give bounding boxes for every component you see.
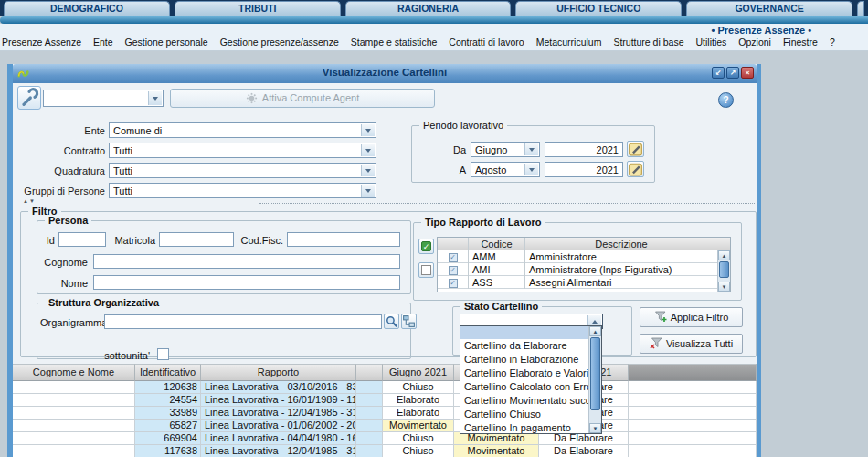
gruppi-combo[interactable]: Tutti (109, 183, 376, 198)
tab-governance[interactable]: GOVERNANCE (686, 1, 852, 16)
contratto-combo-arrow[interactable] (361, 144, 375, 156)
persona-legend: Persona (45, 215, 91, 226)
spacer-cell (356, 445, 383, 457)
tipo-row[interactable]: ✓ AMM Amministratore (438, 250, 730, 263)
menu-gestione-personale[interactable]: Gestione personale (125, 37, 208, 48)
close-button[interactable]: × (741, 67, 754, 79)
quadratura-value: Tutti (113, 165, 360, 176)
a-month-combo[interactable]: Agosto (471, 162, 540, 177)
codice-cell: AMM (469, 250, 525, 263)
menu-presenze-assenze[interactable]: Presenze Assenze (2, 37, 81, 48)
table-row[interactable]: 120638 Linea Lavorativa - 03/10/2016 - 8… (13, 381, 757, 394)
dropdown-option[interactable]: Cartellino da Elaborare (460, 339, 588, 353)
da-year-picker-button[interactable] (627, 141, 644, 157)
ente-combo-arrow[interactable] (361, 124, 375, 136)
cognome-input[interactable] (93, 254, 400, 269)
menu-ente[interactable]: Ente (93, 37, 113, 48)
table-row[interactable]: 669904 Linea Lavorativa - 04/04/1980 - 1… (13, 432, 757, 445)
scroll-thumb[interactable] (719, 261, 729, 278)
da-month-combo[interactable]: Giugno (471, 142, 540, 157)
row-checkbox-checked[interactable]: ✓ (449, 253, 458, 262)
quadratura-label: Quadratura (13, 165, 105, 176)
scroll-down-icon[interactable]: ▼ (718, 282, 730, 292)
tools-button[interactable] (17, 86, 41, 110)
minimize-button[interactable]: ↙ (712, 67, 725, 79)
window-titlebar[interactable]: Visualizzazione Cartellini ↙ ↗ × (13, 64, 757, 83)
da-year-field[interactable]: 2021 (545, 142, 623, 157)
header-cognome-nome[interactable]: Cognome e Nome (13, 364, 135, 381)
contratto-label: Contratto (13, 145, 105, 156)
quadratura-combo[interactable]: Tutti (109, 163, 376, 178)
splitter-line[interactable] (259, 203, 755, 204)
contratto-combo[interactable]: Tutti (109, 143, 376, 158)
tab-ragioneria[interactable]: RAGIONERIA (345, 1, 512, 16)
table-row[interactable]: 117638 Linea Lavorativa - 12/04/1985 - 3… (13, 445, 757, 457)
menu-contratti-lavoro[interactable]: Contratti di lavoro (449, 37, 524, 48)
scroll-down-icon[interactable]: ▼ (589, 423, 601, 433)
maximize-button[interactable]: ↗ (726, 67, 739, 79)
a-year-field[interactable]: 2021 (545, 162, 623, 177)
table-row[interactable]: 24554 Linea Lavorativa - 16/01/1989 - 11… (13, 394, 757, 407)
header-identificativo[interactable]: Identificativo (135, 364, 201, 381)
table-row[interactable]: 65827 Linea Lavorativa - 01/06/2002 - 20… (13, 420, 757, 432)
dropdown-option[interactable]: Cartellino Chiuso (460, 408, 588, 421)
codfisc-input[interactable] (287, 232, 400, 247)
dropdown-option[interactable]: Cartellino Calcolato con Errori (460, 380, 588, 394)
tipo-row[interactable]: ✓ ASS Assegni Alimentari (438, 276, 730, 289)
a-month-arrow[interactable] (524, 164, 538, 175)
attiva-compute-agent-button[interactable]: Attiva Compute Agent (170, 89, 435, 108)
scroll-up-icon[interactable]: ▲ (718, 250, 730, 260)
dropdown-scrollbar[interactable]: ▲ ▼ (588, 326, 601, 433)
splitter-handle[interactable]: ▲▼ (23, 198, 36, 204)
dropdown-option[interactable]: Cartellino In pagamento (460, 421, 588, 435)
dropdown-option[interactable]: Cartellino Elaborato e Valorizzato (460, 367, 588, 380)
dropdown-option[interactable]: Cartellino in Elaborazione (460, 353, 588, 367)
ente-combo[interactable]: Comune di (109, 122, 376, 138)
tab-demografico[interactable]: DEMOGRAFICO (4, 1, 170, 16)
row-checkbox-checked[interactable]: ✓ (449, 266, 458, 275)
select-all-button[interactable]: ✓ (418, 239, 434, 254)
table-row[interactable]: 33989 Linea Lavorativa - 12/04/1985 - 31… (13, 407, 757, 420)
sottounita-checkbox[interactable] (157, 348, 169, 360)
toolbar-combo-arrow[interactable] (148, 91, 162, 105)
row-checkbox-checked[interactable]: ✓ (449, 279, 458, 288)
deselect-all-button[interactable] (418, 262, 434, 278)
menu-finestre[interactable]: Finestre (783, 37, 818, 48)
header-rapporto[interactable]: Rapporto (201, 364, 356, 381)
menu-utilities[interactable]: Utilities (695, 37, 726, 48)
menu-metacurriculum[interactable]: Metacurriculum (536, 37, 602, 48)
module-context-label: • Presenze Assenze • (712, 25, 811, 36)
organigramma-tree-button[interactable] (401, 314, 417, 329)
dropdown-option[interactable]: Cartellino Movimentato successiva (460, 394, 588, 408)
gruppi-value: Tutti (113, 186, 360, 197)
organigramma-search-button[interactable] (384, 314, 399, 329)
visualizza-tutti-button[interactable]: Visualizza Tutti (640, 334, 743, 354)
quadratura-combo-arrow[interactable] (361, 165, 375, 176)
toolbar-combo[interactable] (43, 90, 164, 107)
matricola-input[interactable] (159, 232, 234, 247)
applica-filtro-button[interactable]: Applica Filtro (640, 307, 743, 327)
header-giugno[interactable]: Giugno 2021 (383, 364, 454, 381)
tab-tributi[interactable]: TRIBUTI (175, 1, 341, 16)
menu-strutture-base[interactable]: Strutture di base (613, 37, 683, 48)
menu-opzioni[interactable]: Opzioni (738, 37, 771, 48)
tipo-scrollbar[interactable]: ▲ ▼ (717, 250, 730, 292)
scroll-up-icon[interactable]: ▲ (589, 326, 601, 336)
scroll-thumb[interactable] (590, 337, 600, 410)
menu-gestione-presenze-assenze[interactable]: Gestione presenze/assenze (220, 37, 339, 48)
gruppi-combo-arrow[interactable] (361, 185, 375, 197)
rapporto-cell: Linea Lavorativa - 04/04/1980 - 16765 (201, 432, 356, 445)
a-year-picker-button[interactable] (627, 161, 644, 177)
gruppi-label: Gruppi di Persone (13, 186, 105, 197)
menu-help[interactable]: ? (830, 37, 835, 48)
id-input[interactable] (58, 232, 106, 247)
da-month-arrow[interactable] (524, 143, 538, 155)
organigramma-input[interactable] (104, 314, 382, 329)
rapporto-cell: Linea Lavorativa - 12/04/1985 - 31931 (201, 407, 356, 420)
tab-ufficio-tecnico[interactable]: UFFICIO TECNICO (515, 1, 682, 16)
dropdown-option-empty[interactable] (460, 326, 588, 339)
menu-stampe-statistiche[interactable]: Stampe e statistiche (351, 37, 438, 48)
help-icon[interactable]: ? (718, 92, 734, 108)
nome-input[interactable] (93, 275, 400, 290)
tipo-row[interactable]: ✓ AMI Amministratore (Inps Figurativa) (438, 263, 730, 276)
